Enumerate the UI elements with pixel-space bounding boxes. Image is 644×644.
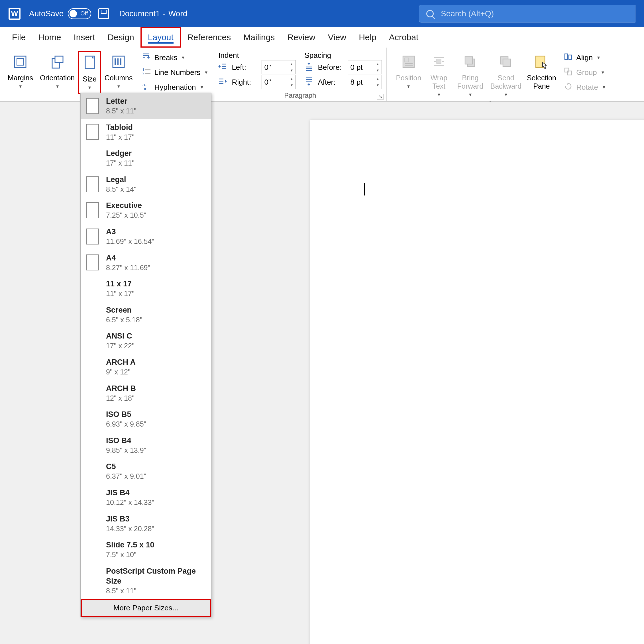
svg-rect-19 <box>437 59 441 64</box>
size-option-iso-b5[interactable]: ISO B56.93" x 9.85" <box>81 406 211 432</box>
breaks-button[interactable]: Breaks▾ <box>140 51 210 64</box>
spacing-before-icon <box>304 62 313 73</box>
size-option-legal[interactable]: Legal8.5" x 14" <box>81 171 211 197</box>
spacing-header: Spacing <box>304 51 382 60</box>
size-option-slide-7-5-x-10[interactable]: Slide 7.5 x 107.5" x 10" <box>81 537 211 563</box>
page-thumb-icon <box>86 490 99 506</box>
size-option-screen[interactable]: Screen6.5" x 5.18" <box>81 302 211 328</box>
page-thumb-icon <box>86 202 99 218</box>
svg-rect-25 <box>465 57 472 64</box>
indent-right-icon <box>218 77 227 88</box>
indent-header: Indent <box>218 51 296 60</box>
autosave-label: AutoSave <box>29 9 64 18</box>
page[interactable] <box>310 120 644 644</box>
tab-references[interactable]: References <box>181 27 237 48</box>
tab-view[interactable]: View <box>322 27 352 48</box>
size-option-c5[interactable]: C56.37" x 9.01" <box>81 458 211 484</box>
page-thumb-icon <box>86 359 99 375</box>
titlebar: W AutoSave Off Document1 - Word Search (… <box>0 0 644 27</box>
more-paper-sizes[interactable]: More Paper Sizes... <box>81 599 211 617</box>
tab-insert[interactable]: Insert <box>67 27 101 48</box>
search-placeholder: Search (Alt+Q) <box>441 9 494 18</box>
tab-file[interactable]: File <box>6 27 32 48</box>
svg-rect-29 <box>565 54 568 60</box>
size-option-ansi-c[interactable]: ANSI C17" x 22" <box>81 328 211 354</box>
document-name: Document1 <box>119 9 160 18</box>
margins-button[interactable]: Margins▾ <box>4 51 36 92</box>
indent-left-input[interactable]: 0"▲▼ <box>262 60 296 74</box>
size-option-postscript-custom-page-size[interactable]: PostScript Custom Page Size8.5" x 11" <box>81 563 211 599</box>
spacing-after-icon <box>304 77 313 88</box>
size-option-ledger[interactable]: Ledger17" x 11" <box>81 145 211 171</box>
page-thumb-icon <box>86 437 99 453</box>
search-box[interactable]: Search (Alt+Q) <box>419 5 635 23</box>
tab-home[interactable]: Home <box>32 27 67 48</box>
paragraph-launcher-icon[interactable]: ↘ <box>377 94 384 99</box>
svg-rect-16 <box>405 58 409 62</box>
align-button[interactable]: Align▾ <box>561 51 608 64</box>
autosave-state: Off <box>80 10 88 17</box>
svg-rect-31 <box>565 68 569 72</box>
page-thumb-icon <box>86 542 99 558</box>
text-cursor <box>364 183 365 195</box>
page-thumb-icon <box>86 385 99 401</box>
size-option-a4[interactable]: A48.27" x 11.69" <box>81 250 211 276</box>
save-icon[interactable] <box>98 8 109 19</box>
wrap-text-button: WrapText▾ <box>425 51 453 100</box>
hyphenation-button[interactable]: a-bc Hyphenation▾ <box>140 81 210 94</box>
svg-rect-1 <box>17 58 24 65</box>
page-thumb-icon <box>86 254 99 270</box>
indent-left-icon <box>218 62 227 73</box>
page-thumb-icon <box>86 176 99 192</box>
size-option-a3[interactable]: A311.69" x 16.54" <box>81 223 211 250</box>
svg-rect-0 <box>15 56 26 68</box>
size-option-jis-b3[interactable]: JIS B314.33" x 20.28" <box>81 511 211 537</box>
tab-design[interactable]: Design <box>101 27 140 48</box>
size-option-iso-b4[interactable]: ISO B49.85" x 13.9" <box>81 432 211 458</box>
tab-review[interactable]: Review <box>281 27 321 48</box>
size-option-arch-a[interactable]: ARCH A9" x 12" <box>81 354 211 380</box>
svg-rect-27 <box>503 59 510 66</box>
page-thumb-icon <box>86 463 99 479</box>
indent-right-input[interactable]: 0"▲▼ <box>262 75 296 89</box>
size-option-tabloid[interactable]: Tabloid11" x 17" <box>81 119 211 145</box>
hyphenation-icon: a-bc <box>142 82 151 93</box>
columns-button[interactable]: Columns▾ <box>101 51 136 92</box>
svg-rect-32 <box>568 71 572 75</box>
page-thumb-icon <box>86 307 99 323</box>
size-option-executive[interactable]: Executive7.25" x 10.5" <box>81 197 211 223</box>
page-thumb-icon <box>86 411 99 427</box>
rotate-icon <box>564 82 573 93</box>
size-option-11-x-17[interactable]: 11 x 1711" x 17" <box>81 276 211 302</box>
breaks-icon <box>142 52 151 63</box>
spacing-after-input[interactable]: 8 pt▲▼ <box>348 75 382 89</box>
tab-mailings[interactable]: Mailings <box>237 27 281 48</box>
svg-text:bc: bc <box>142 86 147 91</box>
position-button: Position▾ <box>392 51 425 92</box>
page-thumb-icon <box>86 515 99 531</box>
page-thumb-icon <box>86 124 99 140</box>
tab-help[interactable]: Help <box>352 27 383 48</box>
word-app-icon: W <box>9 8 21 20</box>
tab-layout[interactable]: Layout <box>140 27 181 48</box>
paragraph-group-label: Paragraph <box>218 91 382 101</box>
spacing-before-input[interactable]: 0 pt▲▼ <box>348 60 382 74</box>
autosave-toggle[interactable]: AutoSave Off <box>29 8 91 19</box>
tab-acrobat[interactable]: Acrobat <box>383 27 425 48</box>
size-option-jis-b4[interactable]: JIS B410.12" x 14.33" <box>81 484 211 511</box>
size-option-letter[interactable]: Letter8.5" x 11" <box>81 93 211 119</box>
rotate-button: Rotate▾ <box>561 81 608 94</box>
page-thumb-icon <box>86 573 99 589</box>
selection-pane-button[interactable]: SelectionPane <box>524 51 559 93</box>
size-option-arch-b[interactable]: ARCH B12" x 18" <box>81 380 211 406</box>
page-thumb-icon <box>86 150 99 166</box>
svg-text:2: 2 <box>142 71 144 75</box>
size-button[interactable]: Size▾ <box>78 51 101 94</box>
line-numbers-button[interactable]: 12 Line Numbers▾ <box>140 66 210 79</box>
size-dropdown: Letter8.5" x 11"Tabloid11" x 17"Ledger17… <box>80 93 211 617</box>
orientation-button[interactable]: Orientation▾ <box>36 51 78 92</box>
bring-forward-button: BringForward▾ <box>453 51 487 100</box>
group-button: Group▾ <box>561 66 608 79</box>
page-thumb-icon <box>86 333 99 349</box>
page-thumb-icon <box>86 229 99 244</box>
